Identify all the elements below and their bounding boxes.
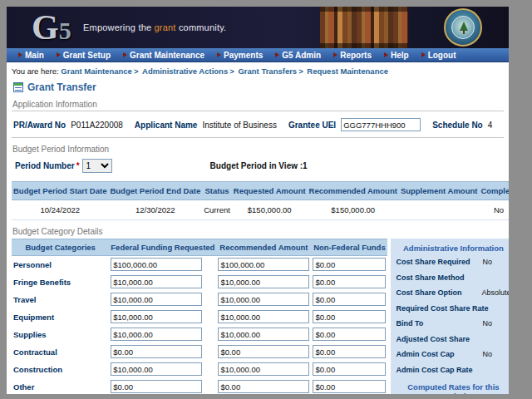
category-label: Equipment bbox=[12, 308, 109, 326]
recommended-amount-input[interactable] bbox=[218, 328, 309, 341]
admin-label: Admin Cost Cap Rate bbox=[396, 366, 472, 374]
admin-row-cost-share-option: Cost Share Option Absolute bbox=[396, 288, 509, 297]
col-header-non-federal-funds: Non-Federal Funds bbox=[311, 239, 387, 256]
federal-funding-input[interactable] bbox=[111, 310, 202, 323]
nav-item-main[interactable]: Main bbox=[18, 51, 44, 60]
pr-award-label: PR/Award No bbox=[13, 121, 66, 130]
recommended-amount-input[interactable] bbox=[218, 275, 309, 288]
admin-value: No bbox=[482, 319, 509, 328]
budget-row-other: Other bbox=[12, 378, 387, 395]
col-header-status: Status bbox=[202, 182, 232, 200]
nav-item-help[interactable]: Help bbox=[384, 51, 409, 60]
col-header-federal-funding-requested: Federal Funding Requested bbox=[109, 239, 216, 256]
period-number-select[interactable]: 1 bbox=[82, 159, 112, 173]
recommended-amount-input[interactable] bbox=[218, 345, 309, 358]
budget-period-table: Budget Period Start Date Budget Period E… bbox=[12, 181, 509, 220]
recommended-amount-input[interactable] bbox=[218, 310, 309, 323]
non-federal-funds-input[interactable] bbox=[313, 293, 386, 306]
grantee-uei-input[interactable] bbox=[341, 118, 421, 131]
non-federal-funds-input[interactable] bbox=[313, 258, 386, 271]
application-info-row: PR/Award No P011A220008 Applicant Name I… bbox=[13, 118, 504, 131]
non-federal-funds-input[interactable] bbox=[313, 345, 386, 358]
budget-period-header-row: Budget Period Start Date Budget Period E… bbox=[12, 182, 509, 200]
recommended-amount-input[interactable] bbox=[218, 362, 309, 376]
nav-item-label: Logout bbox=[428, 51, 456, 60]
federal-funding-input[interactable] bbox=[111, 328, 202, 341]
tagline-post: community. bbox=[176, 22, 227, 32]
non-federal-funds-input[interactable] bbox=[313, 275, 386, 288]
federal-funding-input[interactable] bbox=[111, 258, 202, 271]
col-header-end-date: Budget Period End Date bbox=[108, 182, 202, 200]
nav-item-grant-maintenance[interactable]: Grant Maintenance bbox=[123, 51, 204, 60]
non-federal-funds-input[interactable] bbox=[313, 310, 386, 323]
page-title: Grant Transfer bbox=[27, 81, 96, 93]
admin-value: Absolute bbox=[481, 288, 509, 297]
nav-item-g5-admin[interactable]: G5 Admin bbox=[275, 51, 321, 60]
nav-item-payments[interactable]: Payments bbox=[217, 51, 263, 60]
budget-row-equipment: Equipment bbox=[12, 308, 387, 326]
nav-item-grant-setup[interactable]: Grant Setup bbox=[57, 51, 111, 60]
g5-logo: G5 bbox=[32, 7, 71, 48]
computed-rates-title: Computed Rates for this Period bbox=[396, 382, 509, 395]
admin-value: No bbox=[482, 350, 509, 358]
budget-period-in-view-label: Budget Period in View :1 bbox=[210, 161, 308, 170]
breadcrumb-link-request-maintenance[interactable]: Request Maintenance bbox=[307, 66, 388, 76]
period-number-row: Period Number * 1 Budget Period in View … bbox=[15, 159, 504, 173]
nav-bullet-icon bbox=[18, 52, 22, 57]
budget-row-construction: Construction bbox=[12, 361, 387, 378]
nav-item-reports[interactable]: Reports bbox=[333, 51, 372, 60]
federal-funding-input[interactable] bbox=[111, 380, 202, 393]
budget-category-table: Budget Categories Federal Funding Reques… bbox=[12, 239, 387, 394]
budget-period-section-title: Budget Period Information bbox=[12, 145, 504, 154]
nav-bullet-icon bbox=[384, 52, 388, 57]
budget-row-fringe-benefits: Fringe Benefits bbox=[12, 273, 387, 291]
grant-transfer-icon bbox=[13, 82, 23, 92]
nav-bullet-icon bbox=[333, 52, 337, 57]
budget-row-personnel: Personnel bbox=[12, 256, 387, 273]
col-header-budget-categories: Budget Categories bbox=[12, 239, 109, 256]
nav-item-label: Help bbox=[391, 51, 409, 60]
nav-bullet-icon bbox=[217, 52, 221, 57]
breadcrumb-separator: > bbox=[298, 66, 303, 76]
schedule-no-value: 4 bbox=[488, 121, 493, 130]
nav-item-logout[interactable]: Logout bbox=[421, 51, 456, 60]
federal-funding-input[interactable] bbox=[111, 362, 202, 376]
federal-funding-input[interactable] bbox=[111, 293, 202, 306]
col-header-recommended-amount: Recommended Amount bbox=[308, 182, 399, 200]
nav-item-label: Reports bbox=[340, 51, 372, 60]
breadcrumb-link-grant-maintenance[interactable]: Grant Maintenance bbox=[61, 66, 132, 76]
applicant-name-label: Applicant Name bbox=[135, 121, 198, 130]
category-label: Travel bbox=[12, 291, 109, 308]
col-header-recommended-amount: Recommended Amount bbox=[216, 239, 311, 256]
breadcrumb-link-grant-transfers[interactable]: Grant Transfers bbox=[238, 66, 297, 76]
pr-award-value: P011A220008 bbox=[71, 121, 123, 130]
nav-bullet-icon bbox=[421, 52, 426, 57]
admin-row-admin-cost-cap: Admin Cost Cap No bbox=[396, 350, 509, 358]
admin-label: Required Cost Share Rate bbox=[396, 304, 488, 313]
category-label: Construction bbox=[12, 361, 109, 378]
cell-requested-amount: $150,000.00 bbox=[232, 200, 308, 220]
budget-period-data-row: 10/24/2022 12/30/2022 Current $150,000.0… bbox=[12, 200, 509, 220]
recommended-amount-input[interactable] bbox=[218, 293, 309, 306]
non-federal-funds-input[interactable] bbox=[313, 362, 386, 376]
col-header-requested-amount: Requested Amount bbox=[232, 182, 308, 200]
recommended-amount-input[interactable] bbox=[218, 258, 309, 271]
budget-row-travel: Travel bbox=[12, 291, 387, 308]
category-label: Supplies bbox=[12, 326, 109, 343]
admin-info-title: Administrative Information bbox=[396, 244, 509, 253]
application-info-section-title: Application Information bbox=[12, 100, 504, 109]
applicant-name-value: Institute of Business bbox=[202, 121, 277, 130]
non-federal-funds-input[interactable] bbox=[313, 328, 386, 341]
admin-row-bind-to: Bind To No bbox=[396, 319, 509, 328]
federal-funding-input[interactable] bbox=[111, 275, 202, 288]
admin-row-required-cost-share-rate: Required Cost Share Rate bbox=[396, 304, 509, 313]
grantee-uei-label: Grantee UEI bbox=[288, 121, 336, 130]
breadcrumb-prefix: You are here: bbox=[12, 66, 59, 76]
breadcrumb-separator: > bbox=[229, 66, 234, 76]
non-federal-funds-input[interactable] bbox=[313, 380, 386, 393]
federal-funding-input[interactable] bbox=[111, 345, 202, 358]
recommended-amount-input[interactable] bbox=[218, 380, 309, 393]
breadcrumb-link-administrative-actions[interactable]: Administrative Actions bbox=[142, 66, 228, 76]
tagline-pre: Empowering the bbox=[83, 22, 155, 32]
tagline-highlight: grant bbox=[155, 22, 176, 32]
